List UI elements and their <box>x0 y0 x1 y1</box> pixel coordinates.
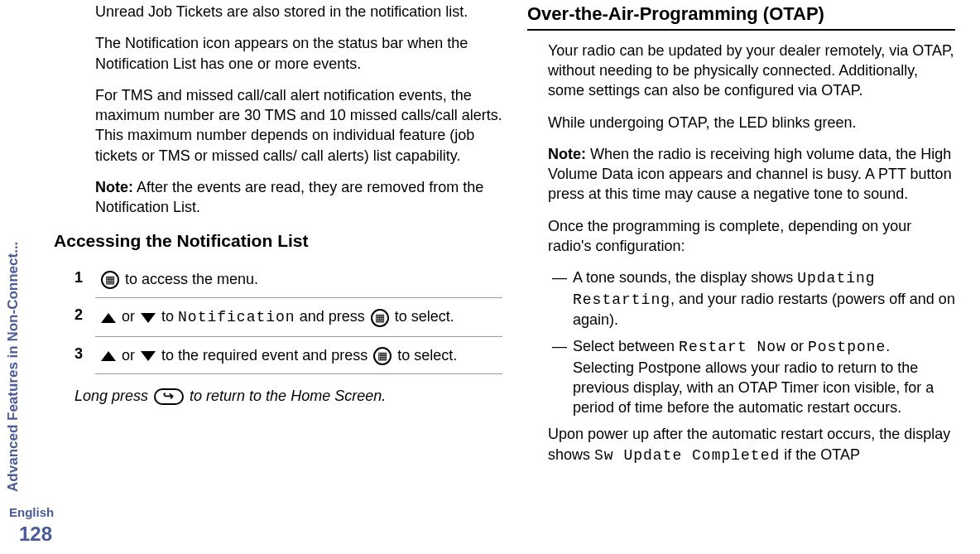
item-text: A tone sounds, the display shows <box>573 269 797 286</box>
note-label: Note: <box>95 179 133 195</box>
step-number: 1 <box>74 267 83 287</box>
page-number: 128 <box>19 521 52 547</box>
menu-option: Notification <box>178 309 295 325</box>
item-text: or <box>786 338 808 354</box>
note-label: Note: <box>548 146 586 162</box>
para: For TMS and missed call/call alert notif… <box>95 85 502 166</box>
dash-list: A tone sounds, the display shows Updatin… <box>552 267 955 417</box>
para: Unread Job Tickets are also stored in th… <box>95 2 502 22</box>
list-item: A tone sounds, the display shows Updatin… <box>552 267 955 330</box>
step-text: or <box>118 347 139 364</box>
item-text: Select between <box>573 338 679 354</box>
step-number: 3 <box>74 344 83 364</box>
step: 2 or to Notification and press to select… <box>95 298 502 336</box>
page-columns: Unread Job Tickets are also stored in th… <box>74 0 955 554</box>
steps-list: 1 to access the menu. 2 or to Notificati… <box>95 261 502 374</box>
ok-button-icon <box>373 347 392 365</box>
down-arrow-icon <box>141 351 156 361</box>
back-home-icon <box>154 388 184 405</box>
note-text: When the radio is receiving high volume … <box>548 146 952 203</box>
step-text: to the required event and press <box>157 347 372 364</box>
step-text: to <box>157 308 178 325</box>
footnote: Long press to return to the Home Screen. <box>74 386 502 406</box>
para: Upon power up after the automatic restar… <box>548 424 955 465</box>
display-text: Restart Now <box>679 339 786 355</box>
para-text: if the OTAP <box>780 446 860 463</box>
section-label: Advanced Features in Non-Connect... <box>4 242 23 492</box>
sidebar: Advanced Features in Non-Connect... Engl… <box>7 0 65 554</box>
language-label: English <box>9 504 54 521</box>
para: The Notification icon appears on the sta… <box>95 33 502 74</box>
para: While undergoing OTAP, the LED blinks gr… <box>548 113 955 132</box>
subheading: Accessing the Notification List <box>54 229 502 253</box>
note: Note: When the radio is receiving high v… <box>548 144 955 205</box>
step-text: to select. <box>391 308 454 325</box>
display-text: Sw Update Completed <box>594 447 780 464</box>
step-text: or <box>118 308 139 325</box>
down-arrow-icon <box>141 313 156 323</box>
right-column: Over-the-Air-Programming (OTAP) Your rad… <box>527 2 955 554</box>
footnote-text: to return to the Home Screen. <box>185 388 386 404</box>
para: Your radio can be updated by your dealer… <box>548 41 955 101</box>
footnote-text: Long press <box>74 388 152 404</box>
step: 1 to access the menu. <box>95 261 502 298</box>
step-text: and press <box>295 308 369 325</box>
step-text: to select. <box>393 347 457 364</box>
ok-button-icon <box>371 309 389 327</box>
step-text: to access the menu. <box>121 271 258 287</box>
up-arrow-icon <box>101 313 116 323</box>
heading: Over-the-Air-Programming (OTAP) <box>527 2 955 31</box>
note: Note: After the events are read, they ar… <box>95 177 502 218</box>
para: Once the programming is complete, depend… <box>548 216 955 257</box>
ok-button-icon <box>101 271 119 289</box>
display-text: Postpone <box>808 339 886 355</box>
step: 3 or to the required event and press to … <box>95 337 502 374</box>
step-number: 2 <box>74 305 83 325</box>
up-arrow-icon <box>101 351 116 361</box>
left-column: Unread Job Tickets are also stored in th… <box>74 2 502 554</box>
note-text: After the events are read, they are remo… <box>95 179 483 215</box>
list-item: Select between Restart Now or Postpone. … <box>552 336 955 417</box>
